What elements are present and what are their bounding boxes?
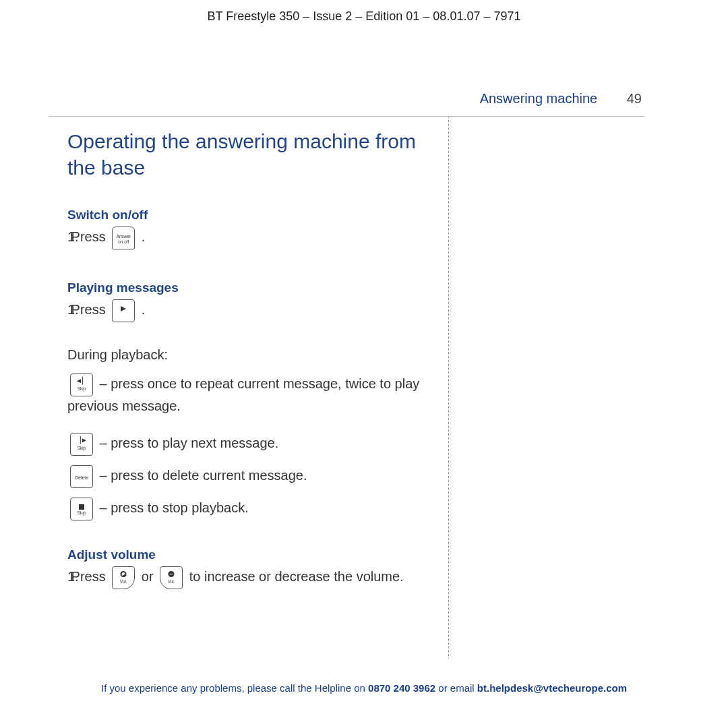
section-name: Answering machine	[480, 91, 598, 106]
switch-step: 1. Press Answer on off .	[84, 227, 431, 249]
footer-pre: If you experience any problems, please c…	[101, 682, 368, 694]
playing-step: 1. Press .	[84, 299, 431, 322]
icon-label: Skip	[71, 445, 92, 451]
icon-label-bottom: on off	[113, 239, 134, 245]
playback-item-stop: Stop – press to stop playback.	[67, 498, 431, 520]
playback-item-delete: Delete – press to delete current message…	[67, 465, 431, 488]
page-title: Operating the answering machine from the…	[67, 128, 431, 181]
item-text: – press to delete current message.	[100, 468, 307, 483]
footer-help: If you experience any problems, please c…	[0, 682, 728, 694]
during-playback-label: During playback:	[67, 345, 431, 364]
playback-item-skip-back: ◄▏ Skip – press once to repeat current m…	[67, 373, 431, 415]
footer-phone: 0870 240 3962	[368, 682, 435, 694]
icon-label: Vol.	[160, 578, 182, 585]
horizontal-divider	[49, 116, 644, 117]
icon-label: Delete	[71, 475, 92, 481]
page-meta: Answering machine 49	[480, 91, 642, 107]
icon-label: Vol.	[113, 578, 134, 585]
step-text: Press	[71, 229, 110, 244]
volume-step: 1. Press Vol. or Vol. to increase or dec…	[84, 566, 431, 589]
playback-item-skip-fwd: ▕► Skip – press to play next message.	[67, 433, 431, 456]
item-text: – press to play next message.	[100, 436, 279, 450]
page-number: 49	[627, 91, 642, 106]
play-icon	[112, 299, 135, 322]
delete-icon: Delete	[70, 465, 93, 488]
step-text-mid: or	[142, 569, 157, 584]
main-content: Operating the answering machine from the…	[67, 128, 431, 592]
svg-marker-0	[121, 306, 126, 311]
step-text-after: .	[142, 302, 146, 317]
footer-email: bt.helpdesk@vtecheurope.com	[477, 682, 627, 694]
footer-mid: or email	[435, 682, 477, 694]
subheading-volume: Adjust volume	[67, 547, 431, 562]
item-text: – press to stop playback.	[100, 500, 249, 515]
icon-label: Stop	[71, 510, 92, 516]
skip-back-icon: ◄▏ Skip	[70, 373, 93, 396]
item-text: – press once to repeat current message, …	[67, 376, 419, 413]
stop-icon: Stop	[70, 498, 93, 520]
document-header: BT Freestyle 350 – Issue 2 – Edition 01 …	[0, 0, 728, 24]
icon-label: Skip	[71, 386, 92, 392]
step-text: Press	[71, 302, 110, 317]
vertical-divider	[448, 116, 449, 659]
subheading-playing: Playing messages	[67, 280, 431, 295]
subheading-switch: Switch on/off	[67, 208, 431, 222]
step-text-before: Press	[71, 569, 110, 584]
answer-on-off-icon: Answer on off	[112, 227, 135, 249]
step-text-after: to increase or decrease the volume.	[189, 569, 404, 584]
skip-forward-icon: ▕► Skip	[70, 433, 93, 456]
volume-up-icon: Vol.	[112, 566, 135, 589]
step-text-after: .	[142, 229, 146, 244]
volume-down-icon: Vol.	[160, 566, 183, 589]
